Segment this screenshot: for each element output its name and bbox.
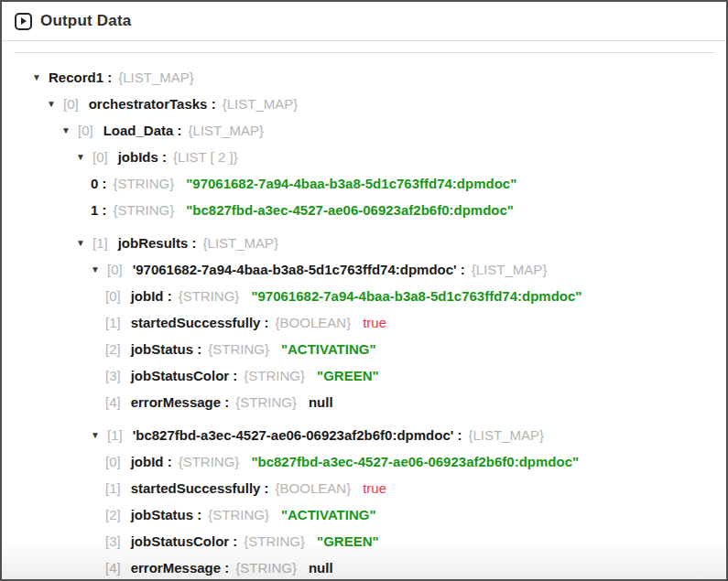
collapse-arrow-icon[interactable]: ▼	[91, 265, 102, 274]
tree-row: [4]errorMessage :{STRING}null	[2, 389, 726, 415]
tree-row[interactable]: ▼[1]jobResults :{LIST_MAP}	[2, 230, 726, 256]
row-value: "GREEN"	[317, 368, 379, 383]
row-value: true	[363, 315, 386, 330]
tree-row[interactable]: ▼[0]jobIds :{LIST [ 2 ]}	[2, 144, 726, 170]
row-type: {LIST_MAP}	[469, 427, 545, 443]
row-key: 1	[91, 202, 98, 218]
tree-row[interactable]: ▼[1]'bc827fbd-a3ec-4527-ae06-06923af2b6f…	[2, 422, 726, 448]
collapse-arrow-icon[interactable]: ▼	[76, 153, 87, 162]
row-index: [0]	[105, 454, 121, 469]
panel-title: Output Data	[40, 12, 131, 30]
row-colon: :	[164, 288, 172, 304]
row-type: {BOOLEAN}	[276, 480, 352, 496]
row-type: {LIST_MAP}	[472, 262, 548, 277]
row-type: {LIST_MAP}	[223, 96, 299, 112]
tree-content: ▼Record1 :{LIST_MAP}▼[0]orchestratorTask…	[2, 41, 726, 581]
row-type: {STRING}	[244, 533, 305, 549]
row-value: "bc827fbd-a3ec-4527-ae06-06923af2b6f0:dp…	[251, 454, 579, 469]
row-colon: :	[173, 123, 181, 138]
row-type: {STRING}	[244, 368, 305, 383]
row-type: {STRING}	[114, 202, 175, 218]
tree-row[interactable]: ▼[0]orchestratorTasks :{LIST_MAP}	[2, 91, 726, 117]
collapse-arrow-icon[interactable]: ▼	[32, 73, 43, 82]
row-colon: :	[98, 176, 106, 191]
row-index: [3]	[105, 368, 121, 383]
row-key: jobIds	[118, 149, 158, 165]
row-index: [2]	[105, 341, 121, 357]
row-index: [0]	[105, 288, 121, 304]
row-index: [0]	[107, 262, 123, 277]
panel-header: Output Data	[2, 2, 726, 41]
row-colon: :	[207, 96, 215, 112]
row-key: errorMessage	[131, 394, 221, 410]
row-key: '97061682-7a94-4baa-b3a8-5d1c763ffd74:dp…	[133, 262, 457, 277]
tree-row[interactable]: ▼[0]Load_Data :{LIST_MAP}	[2, 117, 726, 144]
row-colon: :	[193, 341, 201, 357]
row-value: "ACTIVATING"	[281, 507, 376, 522]
tree-row[interactable]: ▼Record1 :{LIST_MAP}	[2, 64, 726, 91]
tree: ▼Record1 :{LIST_MAP}▼[0]orchestratorTask…	[2, 53, 726, 581]
output-data-panel: Output Data ▼Record1 :{LIST_MAP}▼[0]orch…	[0, 0, 728, 581]
row-value: "bc827fbd-a3ec-4527-ae06-06923af2b6f0:dp…	[186, 202, 514, 218]
row-index: [1]	[105, 315, 121, 330]
row-key: Load_Data	[103, 123, 174, 138]
row-index: [1]	[92, 235, 108, 251]
row-index: [4]	[105, 394, 121, 410]
tree-row: [0]jobId :{STRING}"bc827fbd-a3ec-4527-ae…	[2, 448, 726, 475]
row-value: null	[309, 560, 333, 576]
row-type: {LIST [ 2 ]}	[173, 149, 238, 165]
row-value: null	[309, 394, 333, 410]
row-key: jobStatusColor	[131, 368, 230, 383]
row-type: {BOOLEAN}	[276, 315, 352, 330]
row-key: errorMessage	[131, 560, 221, 576]
tree-row: [0]jobId :{STRING}"97061682-7a94-4baa-b3…	[2, 283, 726, 309]
row-value: true	[363, 480, 386, 496]
row-colon: :	[229, 368, 237, 383]
row-colon: :	[98, 202, 106, 218]
row-type: {STRING}	[179, 288, 240, 304]
row-colon: :	[260, 480, 268, 496]
tree-row: [1]startedSuccessfully :{BOOLEAN}true	[2, 475, 726, 501]
row-key: jobStatus	[131, 507, 193, 522]
row-key: jobId	[131, 454, 164, 469]
row-index: [3]	[105, 533, 121, 549]
row-type: {LIST_MAP}	[189, 123, 265, 138]
collapse-arrow-icon[interactable]: ▼	[91, 431, 102, 440]
tree-row: [4]errorMessage :{STRING}null	[2, 554, 726, 581]
row-value: "97061682-7a94-4baa-b3a8-5d1c763ffd74:dp…	[186, 176, 516, 191]
row-value: "GREEN"	[317, 533, 379, 549]
collapse-arrow-icon[interactable]: ▼	[47, 100, 58, 109]
row-key: jobResults	[118, 235, 189, 251]
tree-row: [2]jobStatus :{STRING}"ACTIVATING"	[2, 336, 726, 362]
row-type: {LIST_MAP}	[203, 235, 279, 251]
row-index: [0]	[92, 149, 108, 165]
tree-row: [1]startedSuccessfully :{BOOLEAN}true	[2, 309, 726, 336]
row-colon: :	[158, 149, 167, 165]
row-colon: :	[188, 235, 196, 251]
row-index: [4]	[105, 560, 121, 576]
row-colon: :	[260, 315, 268, 330]
row-key: orchestratorTasks	[89, 96, 208, 112]
collapse-arrow-icon[interactable]: ▼	[61, 126, 72, 135]
row-index: [1]	[105, 480, 121, 496]
tree-row: [3]jobStatusColor :{STRING}"GREEN"	[2, 362, 726, 389]
tree-row[interactable]: ▼[0]'97061682-7a94-4baa-b3a8-5d1c763ffd7…	[2, 256, 726, 283]
row-index: [0]	[78, 123, 93, 138]
tree-row: 0 :{STRING}"97061682-7a94-4baa-b3a8-5d1c…	[2, 170, 726, 197]
row-type: {STRING}	[179, 454, 240, 469]
row-key: Record1	[49, 70, 103, 85]
row-type: {STRING}	[235, 560, 297, 576]
row-key: 'bc827fbd-a3ec-4527-ae06-06923af2b6f0:dp…	[133, 427, 454, 443]
row-index: [1]	[107, 427, 123, 443]
collapse-arrow-icon[interactable]: ▼	[76, 239, 87, 248]
tree-row: 1 :{STRING}"bc827fbd-a3ec-4527-ae06-0692…	[2, 197, 726, 223]
row-value: "ACTIVATING"	[281, 341, 376, 357]
row-key: 0	[91, 176, 98, 191]
row-key: jobStatusColor	[131, 533, 230, 549]
row-colon: :	[164, 454, 172, 469]
tree-row: [2]jobStatus :{STRING}"ACTIVATING"	[2, 501, 726, 528]
play-icon	[15, 13, 32, 30]
row-key: startedSuccessfully	[131, 315, 261, 330]
row-colon: :	[103, 70, 112, 85]
row-type: {STRING}	[208, 507, 269, 522]
